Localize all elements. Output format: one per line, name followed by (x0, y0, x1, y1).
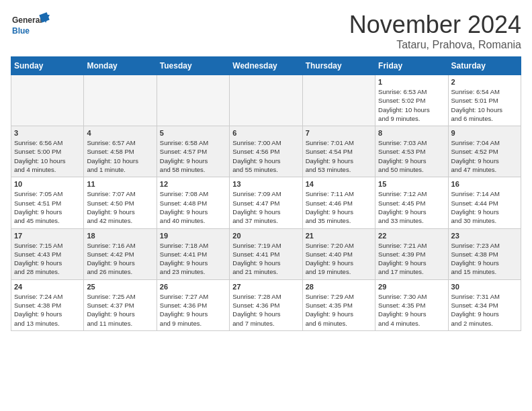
day-info: Sunrise: 6:56 AM Sunset: 5:00 PM Dayligh… (14, 138, 81, 174)
calendar-cell: 7Sunrise: 7:01 AM Sunset: 4:54 PM Daylig… (302, 126, 375, 177)
day-info: Sunrise: 6:58 AM Sunset: 4:57 PM Dayligh… (160, 138, 226, 174)
day-number: 22 (378, 232, 445, 240)
day-number: 21 (306, 232, 372, 240)
calendar-cell: 18Sunrise: 7:16 AM Sunset: 4:42 PM Dayli… (84, 228, 157, 279)
day-info: Sunrise: 7:07 AM Sunset: 4:50 PM Dayligh… (87, 189, 153, 225)
day-info: Sunrise: 7:21 AM Sunset: 4:39 PM Dayligh… (378, 241, 445, 277)
day-info: Sunrise: 6:57 AM Sunset: 4:58 PM Dayligh… (87, 138, 153, 174)
day-info: Sunrise: 7:19 AM Sunset: 4:41 PM Dayligh… (232, 241, 299, 277)
calendar-header-row: SundayMondayTuesdayWednesdayThursdayFrid… (11, 57, 521, 75)
calendar-cell: 1Sunrise: 6:53 AM Sunset: 5:02 PM Daylig… (375, 75, 448, 126)
calendar-cell: 22Sunrise: 7:21 AM Sunset: 4:39 PM Dayli… (375, 228, 448, 279)
day-number: 10 (14, 180, 81, 188)
calendar-cell: 20Sunrise: 7:19 AM Sunset: 4:41 PM Dayli… (230, 228, 302, 279)
day-info: Sunrise: 7:30 AM Sunset: 4:35 PM Dayligh… (378, 292, 445, 328)
logo-svg: General Blue (11, 11, 51, 40)
page-header: General Blue November 2024 Tataru, Praho… (11, 11, 521, 51)
calendar-cell: 21Sunrise: 7:20 AM Sunset: 4:40 PM Dayli… (302, 228, 375, 279)
calendar-week-row: 3Sunrise: 6:56 AM Sunset: 5:00 PM Daylig… (11, 126, 521, 177)
day-number: 24 (14, 283, 81, 291)
calendar-cell: 28Sunrise: 7:29 AM Sunset: 4:35 PM Dayli… (302, 279, 375, 330)
day-number: 12 (160, 180, 226, 188)
day-number: 3 (14, 129, 81, 137)
day-number: 14 (306, 180, 372, 188)
day-info: Sunrise: 7:23 AM Sunset: 4:38 PM Dayligh… (451, 241, 518, 277)
day-number: 15 (378, 180, 445, 188)
logo: General Blue (11, 11, 51, 40)
calendar-cell: 25Sunrise: 7:25 AM Sunset: 4:37 PM Dayli… (84, 279, 157, 330)
calendar-cell: 17Sunrise: 7:15 AM Sunset: 4:43 PM Dayli… (11, 228, 84, 279)
calendar-cell: 13Sunrise: 7:09 AM Sunset: 4:47 PM Dayli… (230, 177, 302, 228)
day-number: 18 (87, 232, 153, 240)
day-number: 16 (451, 180, 518, 188)
calendar-header-monday: Monday (84, 57, 157, 75)
day-info: Sunrise: 7:05 AM Sunset: 4:51 PM Dayligh… (14, 189, 81, 225)
calendar-header-saturday: Saturday (448, 57, 521, 75)
calendar-cell: 2Sunrise: 6:54 AM Sunset: 5:01 PM Daylig… (448, 75, 521, 126)
calendar-table: SundayMondayTuesdayWednesdayThursdayFrid… (11, 56, 521, 331)
calendar-week-row: 10Sunrise: 7:05 AM Sunset: 4:51 PM Dayli… (11, 177, 521, 228)
calendar-cell (302, 75, 375, 126)
day-info: Sunrise: 7:20 AM Sunset: 4:40 PM Dayligh… (306, 241, 372, 277)
day-info: Sunrise: 7:14 AM Sunset: 4:44 PM Dayligh… (451, 189, 518, 225)
calendar-cell: 8Sunrise: 7:03 AM Sunset: 4:53 PM Daylig… (375, 126, 448, 177)
title-block: November 2024 Tataru, Prahova, Romania (349, 11, 521, 51)
calendar-header-sunday: Sunday (11, 57, 84, 75)
day-number: 7 (306, 129, 372, 137)
day-number: 27 (232, 283, 299, 291)
day-info: Sunrise: 7:15 AM Sunset: 4:43 PM Dayligh… (14, 241, 81, 277)
day-info: Sunrise: 7:08 AM Sunset: 4:48 PM Dayligh… (160, 189, 226, 225)
calendar-cell: 10Sunrise: 7:05 AM Sunset: 4:51 PM Dayli… (11, 177, 84, 228)
location: Tataru, Prahova, Romania (349, 39, 521, 51)
day-info: Sunrise: 7:00 AM Sunset: 4:56 PM Dayligh… (232, 138, 299, 174)
day-info: Sunrise: 7:29 AM Sunset: 4:35 PM Dayligh… (306, 292, 372, 328)
svg-text:General: General (12, 15, 42, 25)
day-number: 19 (160, 232, 226, 240)
day-info: Sunrise: 7:28 AM Sunset: 4:36 PM Dayligh… (232, 292, 299, 328)
day-info: Sunrise: 7:09 AM Sunset: 4:47 PM Dayligh… (232, 189, 299, 225)
day-info: Sunrise: 7:04 AM Sunset: 4:52 PM Dayligh… (451, 138, 518, 174)
day-number: 5 (160, 129, 226, 137)
calendar-header-friday: Friday (375, 57, 448, 75)
day-number: 25 (87, 283, 153, 291)
calendar-cell: 16Sunrise: 7:14 AM Sunset: 4:44 PM Dayli… (448, 177, 521, 228)
calendar-cell: 14Sunrise: 7:11 AM Sunset: 4:46 PM Dayli… (302, 177, 375, 228)
day-info: Sunrise: 6:53 AM Sunset: 5:02 PM Dayligh… (378, 87, 445, 123)
calendar-cell: 29Sunrise: 7:30 AM Sunset: 4:35 PM Dayli… (375, 279, 448, 330)
calendar-cell: 5Sunrise: 6:58 AM Sunset: 4:57 PM Daylig… (157, 126, 229, 177)
calendar-cell: 23Sunrise: 7:23 AM Sunset: 4:38 PM Dayli… (448, 228, 521, 279)
day-info: Sunrise: 7:03 AM Sunset: 4:53 PM Dayligh… (378, 138, 445, 174)
calendar-week-row: 24Sunrise: 7:24 AM Sunset: 4:38 PM Dayli… (11, 279, 521, 330)
calendar-header-wednesday: Wednesday (230, 57, 302, 75)
calendar-cell: 3Sunrise: 6:56 AM Sunset: 5:00 PM Daylig… (11, 126, 84, 177)
calendar-cell: 9Sunrise: 7:04 AM Sunset: 4:52 PM Daylig… (448, 126, 521, 177)
calendar-week-row: 17Sunrise: 7:15 AM Sunset: 4:43 PM Dayli… (11, 228, 521, 279)
calendar-cell: 26Sunrise: 7:27 AM Sunset: 4:36 PM Dayli… (157, 279, 229, 330)
calendar-cell (84, 75, 157, 126)
day-info: Sunrise: 7:01 AM Sunset: 4:54 PM Dayligh… (306, 138, 372, 174)
day-info: Sunrise: 6:54 AM Sunset: 5:01 PM Dayligh… (451, 87, 518, 123)
calendar-week-row: 1Sunrise: 6:53 AM Sunset: 5:02 PM Daylig… (11, 75, 521, 126)
day-number: 1 (378, 78, 445, 86)
day-number: 26 (160, 283, 226, 291)
day-info: Sunrise: 7:25 AM Sunset: 4:37 PM Dayligh… (87, 292, 153, 328)
calendar-cell: 27Sunrise: 7:28 AM Sunset: 4:36 PM Dayli… (230, 279, 302, 330)
day-number: 4 (87, 129, 153, 137)
month-title: November 2024 (349, 11, 521, 39)
day-number: 13 (232, 180, 299, 188)
day-number: 9 (451, 129, 518, 137)
day-number: 17 (14, 232, 81, 240)
day-number: 2 (451, 78, 518, 86)
day-info: Sunrise: 7:27 AM Sunset: 4:36 PM Dayligh… (160, 292, 226, 328)
calendar-header-tuesday: Tuesday (157, 57, 229, 75)
day-info: Sunrise: 7:16 AM Sunset: 4:42 PM Dayligh… (87, 241, 153, 277)
calendar-cell: 15Sunrise: 7:12 AM Sunset: 4:45 PM Dayli… (375, 177, 448, 228)
calendar-cell: 19Sunrise: 7:18 AM Sunset: 4:41 PM Dayli… (157, 228, 229, 279)
calendar-cell: 4Sunrise: 6:57 AM Sunset: 4:58 PM Daylig… (84, 126, 157, 177)
calendar-cell: 24Sunrise: 7:24 AM Sunset: 4:38 PM Dayli… (11, 279, 84, 330)
day-number: 6 (232, 129, 299, 137)
calendar-cell: 6Sunrise: 7:00 AM Sunset: 4:56 PM Daylig… (230, 126, 302, 177)
calendar-cell: 12Sunrise: 7:08 AM Sunset: 4:48 PM Dayli… (157, 177, 229, 228)
svg-text:Blue: Blue (12, 26, 30, 36)
day-number: 28 (306, 283, 372, 291)
